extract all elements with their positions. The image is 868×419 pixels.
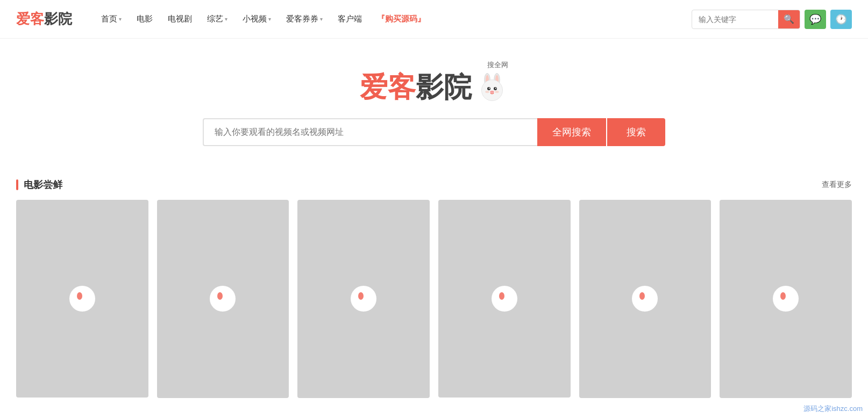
nav-item-coupons[interactable]: 爱客券券 ▾ <box>279 0 330 39</box>
all-search-button[interactable]: 全网搜索 <box>537 118 606 146</box>
nav-item-movies[interactable]: 电影 <box>129 0 160 39</box>
rabbit-mascot-icon <box>476 71 508 103</box>
svg-point-10 <box>485 91 489 93</box>
nav-item-variety[interactable]: 综艺 ▾ <box>200 0 235 39</box>
hero-search-input[interactable] <box>203 118 537 146</box>
section-title: 电影尝鲜 <box>16 178 62 191</box>
nav-item-buy-source[interactable]: 『购买源码』 <box>369 0 433 39</box>
nav-item-tv[interactable]: 电视剧 <box>160 0 200 39</box>
chevron-down-icon: ▾ <box>320 16 323 22</box>
hero-section: 搜全网 爱客影院 <box>0 39 868 162</box>
movie-loader-icon <box>69 286 95 312</box>
logo-ai: 爱客 <box>16 11 44 27</box>
hero-logo-ai: 爱客 <box>360 73 416 101</box>
movie-loader-icon <box>773 286 799 312</box>
hero-logo-subtitle: 搜全网 <box>487 60 508 70</box>
main-nav: 首页 ▾ 电影 电视剧 综艺 ▾ 小视频 ▾ 爱客券券 ▾ 客户端 『购买源码』 <box>94 0 692 39</box>
movie-grid <box>16 200 852 398</box>
hero-logo-rest: 影院 <box>416 73 472 101</box>
chevron-down-icon: ▾ <box>119 16 122 22</box>
svg-point-11 <box>495 91 499 93</box>
search-icon: 🔍 <box>784 14 794 24</box>
movie-card[interactable] <box>579 200 712 398</box>
movie-taste-section: 电影尝鲜 查看更多 <box>0 178 868 398</box>
search-button[interactable]: 搜索 <box>607 118 665 146</box>
hero-logo-main: 爱客影院 <box>360 71 508 103</box>
chevron-down-icon: ▾ <box>268 16 271 22</box>
section-more-link[interactable]: 查看更多 <box>822 180 852 190</box>
movie-loader-icon <box>351 286 376 312</box>
svg-point-7 <box>489 88 490 89</box>
header-right: 🔍 💬 🕐 <box>692 10 852 29</box>
movie-card[interactable] <box>720 200 852 398</box>
movie-loader-icon <box>632 286 658 312</box>
movie-card[interactable] <box>438 200 571 398</box>
header-search-button[interactable]: 🔍 <box>778 10 800 29</box>
movie-card[interactable] <box>16 200 148 398</box>
section-header: 电影尝鲜 查看更多 <box>16 178 852 191</box>
movie-card[interactable] <box>157 200 289 398</box>
nav-item-short-video[interactable]: 小视频 ▾ <box>235 0 279 39</box>
header: 爱客影院 首页 ▾ 电影 电视剧 综艺 ▾ 小视频 ▾ 爱客券券 ▾ 客户端 『… <box>0 0 868 39</box>
svg-point-9 <box>490 91 494 93</box>
nav-item-client[interactable]: 客户端 <box>330 0 369 39</box>
wechat-button[interactable]: 💬 <box>805 10 826 29</box>
logo-rest: 影院 <box>44 11 72 27</box>
header-search-input[interactable] <box>692 15 778 24</box>
clock-icon: 🕐 <box>835 13 847 25</box>
history-button[interactable]: 🕐 <box>830 10 852 29</box>
logo[interactable]: 爱客影院 <box>16 10 72 28</box>
svg-point-4 <box>482 80 503 101</box>
movie-loader-icon <box>210 286 236 312</box>
movie-loader-icon <box>492 286 517 312</box>
nav-item-home[interactable]: 首页 ▾ <box>94 0 129 39</box>
movie-card[interactable] <box>297 200 430 398</box>
hero-search-bar: 全网搜索 搜索 <box>203 118 665 146</box>
header-search-box: 🔍 <box>692 10 800 29</box>
wechat-icon: 💬 <box>809 13 821 25</box>
hero-logo: 搜全网 爱客影院 <box>360 60 508 103</box>
svg-point-8 <box>495 88 496 89</box>
chevron-down-icon: ▾ <box>225 16 227 22</box>
